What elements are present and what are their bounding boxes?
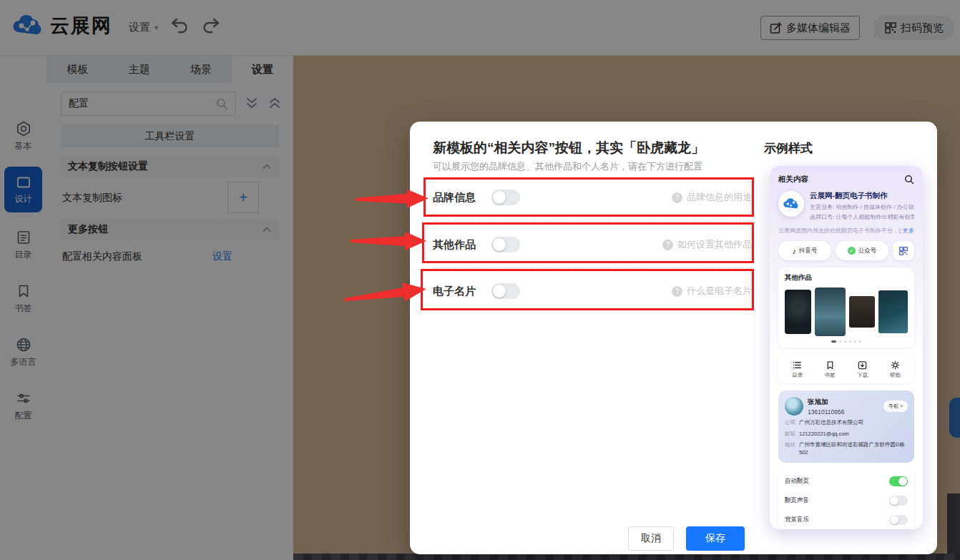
- works-carousel[interactable]: [785, 288, 908, 336]
- other-works-block: 其他作品: [778, 267, 914, 348]
- work-thumbnail[interactable]: [878, 290, 908, 333]
- download-icon: [858, 360, 867, 370]
- business-card-label: 电子名片: [433, 285, 491, 298]
- contact-phone: 13610110956: [808, 408, 844, 416]
- douyin-button[interactable]: ♪ 抖音号: [778, 241, 831, 260]
- email-label: 邮箱: [785, 431, 799, 438]
- cancel-button[interactable]: 取消: [628, 526, 674, 551]
- dialog-title: 新模板的“相关内容”按钮，其实「卧虎藏龙」: [433, 139, 705, 157]
- save-button[interactable]: 保存: [686, 526, 745, 551]
- navigate-button[interactable]: 导航 >: [883, 401, 908, 412]
- qr-code-button[interactable]: [893, 241, 914, 260]
- social-buttons-row: ♪ 抖音号 ✓ 公众号: [778, 241, 914, 260]
- example-style-heading: 示例样式: [764, 140, 813, 157]
- auto-flip-toggle[interactable]: [889, 476, 908, 486]
- business-card-row: 电子名片 ? 什么是电子名片: [433, 272, 752, 310]
- dialog-subtitle: 可以展示您的品牌信息、其他作品和个人名片，请在下方进行配置: [433, 160, 702, 173]
- nav-download-button[interactable]: 下载: [846, 360, 879, 379]
- bookmark-icon: [826, 360, 835, 370]
- contact-avatar: [785, 397, 803, 416]
- brand-logo-avatar: [778, 191, 804, 217]
- brand-slogan: 品牌口号: 让每个人都能制作出精彩有创意的数字...: [810, 213, 914, 221]
- other-works-help-link[interactable]: ? 如何设置其他作品: [662, 238, 752, 251]
- brand-info-row: 品牌信息 ? 品牌信息的用途: [433, 179, 752, 216]
- business-card-block: 张旭加 13610110956 导航 > 公司 广州万彩信息技术有限公司 邮箱 …: [778, 390, 914, 463]
- cloud-logo-icon: [783, 197, 800, 210]
- brand-description: 云展网是国内领先的在线翻页电子书制作平台，过百万用户.....: [778, 227, 901, 235]
- other-works-title: 其他作品: [785, 273, 908, 283]
- row-divider: [433, 267, 752, 268]
- question-icon: ?: [672, 192, 682, 203]
- brand-info-label: 品牌信息: [433, 191, 491, 205]
- work-thumbnail[interactable]: [785, 290, 811, 334]
- preview-panel-title: 相关内容: [778, 175, 808, 185]
- other-works-label: 其他作品: [433, 238, 491, 252]
- annotation-arrow-2: [351, 228, 428, 254]
- list-icon: [793, 360, 802, 370]
- bg-music-toggle[interactable]: [889, 515, 908, 525]
- contact-name: 张旭加: [808, 398, 844, 407]
- douyin-icon: ♪: [793, 247, 797, 255]
- reader-toggles-block: 自动翻页 翻页声音 背景音乐: [778, 470, 914, 529]
- brand-info-block: 云展网-翻页电子书制作 主营业务: 动画制作 / 自媒体创作 / 办公软件 品牌…: [778, 191, 914, 221]
- company-value: 广州万彩信息技术有限公司: [799, 419, 863, 427]
- work-thumbnail[interactable]: [849, 296, 875, 328]
- company-label: 公司: [785, 419, 799, 427]
- nav-help-button[interactable]: 帮助: [879, 360, 912, 379]
- wechat-official-button[interactable]: ✓ 公众号: [836, 241, 888, 260]
- email-value: 121220221@qq.com: [799, 431, 849, 438]
- flip-sound-row: 翻页声音: [785, 491, 908, 510]
- nav-bookmark-button[interactable]: 书签: [814, 360, 847, 379]
- brand-business: 主营业务: 动画制作 / 自媒体创作 / 办公软件: [810, 203, 914, 211]
- question-icon: ?: [672, 286, 682, 297]
- carousel-dots: [785, 340, 908, 343]
- bg-music-row: 背景音乐: [785, 510, 908, 529]
- related-content-preview-card: 相关内容 云展网-翻页电子书制作 主营业务: 动画制作 / 自媒体创作 / 办公…: [770, 166, 923, 529]
- flip-sound-toggle[interactable]: [889, 496, 908, 506]
- business-card-help-link[interactable]: ? 什么是电子名片: [672, 285, 752, 298]
- search-icon[interactable]: [904, 175, 914, 185]
- nav-catalog-button[interactable]: 目录: [781, 360, 814, 379]
- gear-icon: [891, 360, 900, 370]
- annotation-arrow-1: [356, 185, 431, 212]
- other-works-toggle[interactable]: [491, 237, 520, 252]
- business-card-toggle[interactable]: [491, 283, 520, 299]
- related-content-config-dialog: 新模板的“相关内容”按钮，其实「卧虎藏龙」 可以展示您的品牌信息、其他作品和个人…: [410, 122, 937, 554]
- brand-name: 云展网-翻页电子书制作: [810, 191, 914, 201]
- address-label: 地址: [785, 441, 799, 456]
- row-divider: [433, 221, 752, 222]
- work-thumbnail[interactable]: [815, 288, 846, 336]
- qr-code-icon: [899, 247, 908, 255]
- brand-info-toggle[interactable]: [491, 190, 520, 205]
- other-works-row: 其他作品 ? 如何设置其他作品: [433, 226, 752, 263]
- wechat-check-icon: ✓: [848, 247, 856, 255]
- address-value: 广州市黄埔区联和街道彩频路广东软件园D栋502: [799, 441, 908, 456]
- auto-flip-row: 自动翻页: [785, 471, 908, 491]
- quick-nav-block: 目录 书签 下载 帮助: [778, 355, 914, 383]
- brand-info-help-link[interactable]: ? 品牌信息的用途: [672, 191, 752, 204]
- more-link[interactable]: 更多: [903, 227, 914, 235]
- question-icon: ?: [662, 240, 673, 250]
